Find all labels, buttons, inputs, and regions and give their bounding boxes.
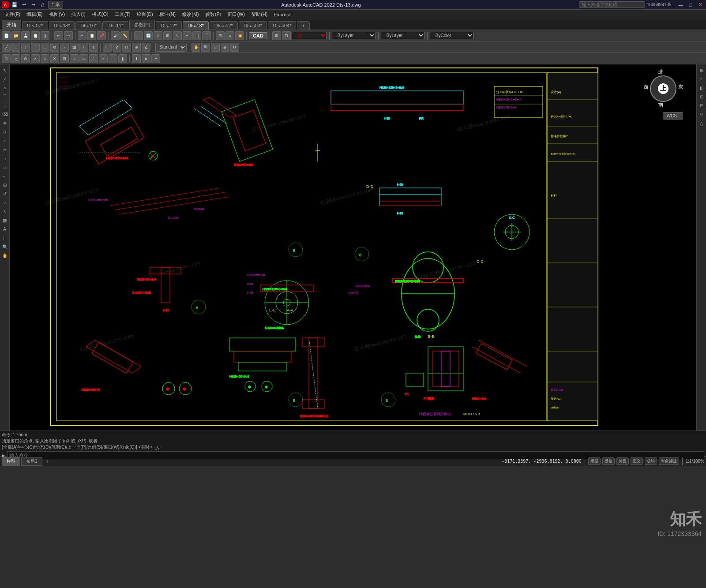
linecolor-dropdown[interactable]: ByColor [430,32,474,39]
tb-pan[interactable]: ✋ [192,43,200,52]
tb-array[interactable]: ⊞ [216,31,225,40]
linetype2-dropdown[interactable]: ByLayer [381,32,425,39]
linetype-dropdown[interactable]: ByLayer [332,32,376,39]
tab-start[interactable]: 开始 [2,20,21,30]
menu-draw[interactable]: 绘图(D) [134,10,156,19]
tb-dim-diameter[interactable]: ⌀ [132,43,141,52]
right-tool-4[interactable]: ⊡ [698,93,706,101]
tool-move[interactable]: ✥ [1,119,9,127]
right-tool-3[interactable]: ◧ [698,84,706,92]
tb-rect[interactable]: □ [41,43,49,52]
share-button[interactable]: 共享 [48,1,63,9]
tab-dts13[interactable]: Dts-13* [183,21,209,30]
tb-dim-angle[interactable]: ∠ [142,43,150,52]
tb-snap-extension[interactable]: — [109,54,117,63]
menu-tools[interactable]: 工具(T) [112,10,133,19]
tb-layer[interactable]: ⊞ [272,31,281,40]
tb-matchprop[interactable]: 🖌 [111,31,120,40]
menu-view[interactable]: 视图(V) [46,10,68,19]
tool-stretch[interactable]: ⤡ [1,207,9,215]
tb-print[interactable]: 🖨 [41,31,49,40]
tab-params[interactable]: 参数(P) [129,20,155,30]
tab-dts11[interactable]: Dts-11* [102,21,128,30]
tool-pan[interactable]: ✋ [1,251,9,259]
tb-snap-perpendicular[interactable]: ⊥ [70,54,79,63]
tb-pline[interactable]: ⟋ [11,43,20,52]
tb-dim-radius[interactable]: R [122,43,131,52]
right-tool-2[interactable]: ≡ [698,75,706,83]
tool-scale[interactable]: ⤢ [1,198,9,206]
tb-snap-endpoint[interactable]: □ [2,54,11,63]
tb-snap-apparent[interactable]: ✕ [99,54,108,63]
quick-undo-btn[interactable]: ↩ [20,1,28,9]
tb-snap-tangent[interactable]: ⌓ [79,54,88,63]
quick-save-btn[interactable]: 💾 [11,1,19,9]
menu-insert[interactable]: 插入(I) [68,10,88,19]
menu-modify[interactable]: 修改(M) [179,10,202,19]
tb-mtext[interactable]: ¶ [89,43,98,52]
menu-edit[interactable]: 编辑(E) [24,10,45,19]
right-tool-7[interactable]: △ [698,119,706,127]
right-tool-5[interactable]: ⊟ [698,101,706,109]
tb-move[interactable]: ↔ [134,31,143,40]
grid-btn[interactable]: 栅格 [602,457,615,465]
tool-circle[interactable]: ○ [1,84,9,92]
tool-arc[interactable]: ⌒ [1,93,9,101]
tb-snap-center[interactable]: ⊙ [21,54,30,63]
tb-open[interactable]: 📂 [11,31,20,40]
tb-layerprop[interactable]: ⊡ [282,31,291,40]
minimize-button[interactable]: — [677,1,685,9]
tab-dts08[interactable]: Dts-08* [49,21,75,30]
menu-file[interactable]: 文件(F) [2,10,23,19]
model-btn[interactable]: 模型 [588,457,601,465]
tb-quickcalc[interactable]: = [142,54,150,63]
tool-chamfer[interactable]: ⌐ [1,172,9,180]
menu-params[interactable]: 参数(P) [203,10,224,19]
tool-line[interactable]: ╱ [1,75,9,83]
ortho-btn[interactable]: 正交 [631,457,643,465]
tb-ellipse[interactable]: ⊙ [50,43,59,52]
style-standard-dropdown[interactable]: Standard [155,43,187,52]
tb-circle[interactable]: ○ [21,43,30,52]
tb-text[interactable]: T [79,43,88,52]
tb-hatch[interactable]: ▩ [70,43,79,52]
tb-save[interactable]: 💾 [21,31,30,40]
tab-dtss02[interactable]: Dts-s02* [210,21,238,30]
tb-new[interactable]: 📄 [2,31,11,40]
tb-cmdline[interactable]: » [151,54,160,63]
wcs-button[interactable]: WCS↓ [663,112,683,120]
tab-dtss03[interactable]: Dts-s03* [239,21,267,30]
tb-line[interactable]: ╱ [2,43,11,52]
tb-properties[interactable]: ℹ [132,54,141,63]
tool-zoom[interactable]: 🔍 [1,243,9,251]
tool-copy[interactable]: ⎘ [1,128,9,136]
tb-scale[interactable]: ⤢ [154,31,162,40]
tool-fillet[interactable]: ⌓ [1,163,9,171]
tb-extend[interactable]: →| [192,31,201,40]
tb-snap-insert[interactable]: ⊡ [60,54,69,63]
tb-dim-aligned[interactable]: ⤤ [113,43,121,52]
tb-redo[interactable]: ↪ [64,31,73,40]
tab-plus[interactable]: + [297,21,309,30]
tb-cut[interactable]: ✂ [78,31,86,40]
menu-express[interactable]: Express [271,11,294,18]
tab-dtss04[interactable]: Dts-s04* [268,21,296,30]
tb-offset[interactable]: ≡ [225,31,234,40]
tab-model[interactable]: 模型 [2,457,20,466]
tb-snap-intersection[interactable]: ✕ [50,54,59,63]
tool-mirror[interactable]: ⊞ [1,181,9,189]
right-tool-1[interactable]: ⊞ [698,66,706,74]
title-search-input[interactable] [579,1,645,8]
tab-dts10[interactable]: Dts-10* [75,21,101,30]
tool-pline[interactable]: ⟋ [1,101,9,109]
tb-stretch[interactable]: ⤡ [173,31,182,40]
tb-rotate[interactable]: 🔄 [144,31,153,40]
tb-zoom-realtime[interactable]: ⊕ [221,43,229,52]
tool-dim[interactable]: ⊢ [1,234,9,242]
tb-saveas[interactable]: 📋 [31,31,40,40]
tool-hatch[interactable]: ▩ [1,216,9,224]
tab-add-layout[interactable]: + [43,457,52,465]
tb-snap-parallel[interactable]: ∥ [118,54,127,63]
tb-paste[interactable]: 📌 [97,31,106,40]
tb-snap-node[interactable]: × [31,54,40,63]
